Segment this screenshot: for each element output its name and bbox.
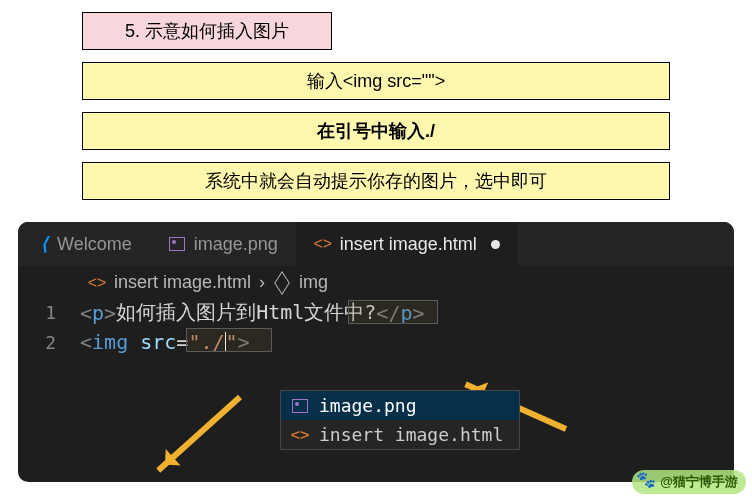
editor-panel: ⟨ Welcome image.png <> insert image.html…	[18, 222, 734, 482]
paw-icon	[636, 472, 656, 492]
section-title: 5. 示意如何插入图片	[82, 12, 332, 50]
annotation-arrow-icon	[156, 395, 242, 473]
breadcrumb-file: insert image.html	[114, 272, 251, 293]
html-file-icon: <>	[88, 274, 106, 292]
code-line-2: 2 <img src="./">	[18, 330, 734, 354]
vscode-icon: ⟨	[40, 233, 52, 255]
html-file-icon: <>	[314, 235, 332, 253]
tab-welcome-label: Welcome	[57, 234, 132, 255]
step-3: 系统中就会自动提示你存的图片，选中即可	[82, 162, 670, 200]
image-file-icon	[168, 235, 186, 253]
step-3-text: 系统中就会自动提示你存的图片，选中即可	[205, 171, 547, 191]
line-number: 1	[18, 302, 80, 323]
section-title-text: 5. 示意如何插入图片	[125, 21, 289, 41]
step-2: 在引号中输入./	[82, 112, 670, 150]
step-2-text: 在引号中输入./	[317, 121, 435, 141]
code-area[interactable]: 1 <p>如何插入图片到Html文件中?</p> 2 <img src="./"…	[18, 295, 734, 354]
tab-image-label: image.png	[194, 234, 278, 255]
tab-active-label: insert image.html	[340, 234, 477, 255]
html-file-icon: <>	[291, 426, 309, 444]
element-icon	[273, 274, 291, 292]
line-number: 2	[18, 332, 80, 353]
suggest-label: insert image.html	[319, 424, 503, 445]
step-1-text: 输入<img src="">	[307, 71, 445, 91]
highlight-box	[186, 328, 272, 352]
watermark-text: @猫宁博手游	[660, 473, 738, 491]
watermark: @猫宁博手游	[632, 470, 746, 494]
suggest-item-html[interactable]: <> insert image.html	[281, 420, 519, 449]
tab-bar: ⟨ Welcome image.png <> insert image.html	[18, 222, 734, 266]
suggest-label: image.png	[319, 395, 417, 416]
image-file-icon	[291, 397, 309, 415]
breadcrumb-element: img	[299, 272, 328, 293]
chevron-right-icon: ›	[259, 272, 265, 293]
autocomplete-popup: image.png <> insert image.html	[280, 390, 520, 450]
unsaved-dot-icon	[491, 240, 500, 249]
tab-image[interactable]: image.png	[150, 222, 296, 266]
suggest-item-image[interactable]: image.png	[281, 391, 519, 420]
step-1: 输入<img src="">	[82, 62, 670, 100]
tab-welcome[interactable]: ⟨ Welcome	[18, 222, 150, 266]
highlight-box	[348, 300, 438, 324]
breadcrumb[interactable]: <> insert image.html › img	[18, 266, 734, 295]
tab-insert-image[interactable]: <> insert image.html	[296, 222, 518, 266]
